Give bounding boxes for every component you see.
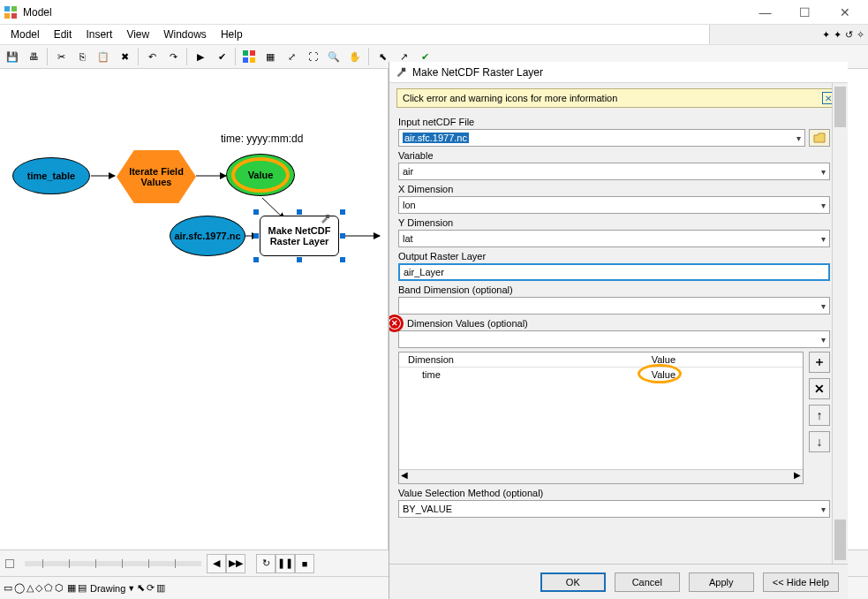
copy-icon[interactable]: ⎘ (72, 47, 92, 66)
browse-button[interactable] (809, 129, 830, 147)
draw-tool-icon[interactable]: ◇ (35, 582, 42, 594)
grid-icon[interactable] (239, 47, 259, 66)
xdim-label: X Dimension (398, 184, 830, 194)
save-icon[interactable]: 💾 (3, 47, 22, 66)
node-label: air.sfc.1977.nc (174, 231, 240, 241)
xdim-combo[interactable]: lon ▾ (398, 196, 830, 214)
add-row-button[interactable]: ＋ (809, 352, 830, 373)
delete-icon[interactable]: ✖ (115, 47, 134, 66)
print-icon[interactable]: 🖶 (24, 47, 43, 66)
layout-icon[interactable]: ▦ (260, 47, 280, 66)
dialog-footer: OK Cancel Apply << Hide Help (389, 564, 848, 599)
col-dimension: Dimension (399, 353, 643, 368)
select-arrow-icon[interactable]: ⬉ (137, 582, 145, 594)
pause-icon[interactable]: ❚❚ (275, 554, 295, 573)
outraster-value: air_Layer (404, 267, 444, 277)
valsel-value: BY_VALUE (403, 504, 452, 514)
chevron-down-icon: ▾ (821, 504, 826, 514)
menu-help[interactable]: Help (214, 27, 250, 42)
timeline-start-marker[interactable] (5, 559, 14, 568)
dimvals-combo[interactable]: ▾ (398, 330, 830, 348)
h-scrollbar[interactable]: ◀▶ (399, 469, 803, 483)
apply-button[interactable]: Apply (689, 572, 754, 592)
v-scrollbar[interactable] (832, 83, 848, 564)
info-banner: Click error and warning icons for more i… (396, 88, 841, 108)
draw-tool-icon[interactable]: ⬠ (44, 582, 53, 594)
remove-row-button[interactable]: ✕ (809, 378, 830, 399)
cut-icon[interactable]: ✂ (51, 47, 71, 66)
layers-icon[interactable]: ▥ (156, 582, 165, 594)
stop-icon[interactable]: ■ (295, 554, 314, 573)
menu-edit[interactable]: Edit (47, 27, 79, 42)
valsel-combo[interactable]: BY_VALUE ▾ (398, 500, 830, 518)
valsel-label: Value Selection Method (optional) (398, 488, 830, 498)
menu-insert[interactable]: Insert (79, 27, 119, 42)
prev-icon[interactable]: ◀ (207, 554, 226, 573)
variable-combo[interactable]: air ▾ (398, 163, 830, 180)
fullext-icon[interactable]: ⛶ (303, 47, 322, 66)
variable-label: Variable (398, 150, 830, 161)
node-label: Iterate Field Values (117, 166, 196, 187)
move-up-button[interactable]: ↑ (809, 405, 830, 426)
nav-icon[interactable]: ↺ (845, 29, 853, 41)
input-netcdf-combo[interactable]: air.sfc.1977.nc ▾ (398, 129, 805, 147)
model-canvas[interactable]: time: yyyy:mm:dd time_table Iterate Fiel… (0, 69, 389, 550)
cancel-button[interactable]: Cancel (615, 572, 680, 592)
move-down-button[interactable]: ↓ (809, 431, 830, 452)
cell-dim[interactable]: time (399, 368, 643, 383)
dimension-table[interactable]: Dimension Value time Value ◀▶ (398, 352, 804, 484)
ok-button[interactable]: OK (540, 572, 606, 592)
maximize-button[interactable]: ☐ (785, 0, 825, 25)
svg-rect-3 (11, 13, 17, 19)
menu-windows[interactable]: Windows (156, 27, 214, 42)
pan-icon[interactable]: ✋ (345, 47, 365, 66)
error-icon[interactable]: ✕ (389, 315, 404, 332)
draw-tool-icon[interactable]: △ (26, 582, 34, 594)
banddim-combo[interactable]: ▾ (398, 297, 830, 315)
redo-icon[interactable]: ↷ (163, 47, 183, 66)
draw-tool-icon[interactable]: ⬡ (55, 582, 64, 594)
refresh-icon[interactable]: ↻ (256, 554, 275, 573)
draw-tool-icon[interactable]: ▤ (78, 582, 87, 594)
node-iterate[interactable]: Iterate Field Values (117, 150, 196, 203)
svg-rect-7 (250, 57, 255, 63)
svg-rect-13 (326, 215, 329, 218)
node-time-table[interactable]: time_table (12, 157, 90, 194)
secondary-toolbar: ✦ ✦ ↺ ✧ (709, 25, 868, 44)
ydim-value: lat (403, 233, 413, 244)
nav-icon[interactable]: ✦ (822, 29, 830, 41)
play-icon[interactable]: ▶▶ (226, 554, 245, 573)
draw-tool-icon[interactable]: ◯ (14, 582, 25, 594)
paste-icon[interactable]: 📋 (94, 47, 113, 66)
ydim-combo[interactable]: lat ▾ (398, 230, 830, 247)
timeline-slider[interactable] (25, 561, 201, 566)
folder-icon (813, 133, 826, 143)
undo-icon[interactable]: ↶ (142, 47, 162, 66)
validate-icon[interactable]: ✔ (212, 47, 231, 66)
svg-rect-6 (243, 57, 248, 63)
close-button[interactable]: ✕ (825, 0, 864, 25)
draw-tool-icon[interactable]: ▭ (4, 582, 12, 594)
xdim-value: lon (403, 200, 416, 210)
titlebar: Model — ☐ ✕ (0, 0, 868, 25)
menu-model[interactable]: Model (4, 27, 47, 42)
node-airsfc[interactable]: air.sfc.1977.nc (170, 216, 245, 256)
draw-tool-icon[interactable]: ▦ (67, 582, 76, 594)
svg-rect-1 (11, 6, 17, 11)
input-netcdf-label: Input netCDF File (398, 117, 830, 127)
zoomin-icon[interactable]: 🔍 (324, 47, 343, 66)
chevron-down-icon: ▾ (821, 301, 826, 311)
nav-icon[interactable]: ✦ (834, 29, 842, 41)
nav-icon[interactable]: ✧ (857, 29, 864, 41)
chevron-down-icon: ▾ (821, 335, 826, 345)
outraster-input[interactable]: air_Layer (398, 263, 830, 281)
chevron-down-icon: ▾ (821, 201, 826, 210)
menu-view[interactable]: View (119, 27, 156, 42)
hide-help-button[interactable]: << Hide Help (763, 572, 839, 592)
minimize-button[interactable]: — (745, 0, 785, 25)
window-title: Model (23, 6, 745, 19)
rotate-icon[interactable]: ⟳ (147, 582, 155, 594)
expand-icon[interactable]: ⤢ (282, 47, 301, 66)
hammer-icon (320, 214, 330, 224)
run-icon[interactable]: ▶ (191, 47, 210, 66)
